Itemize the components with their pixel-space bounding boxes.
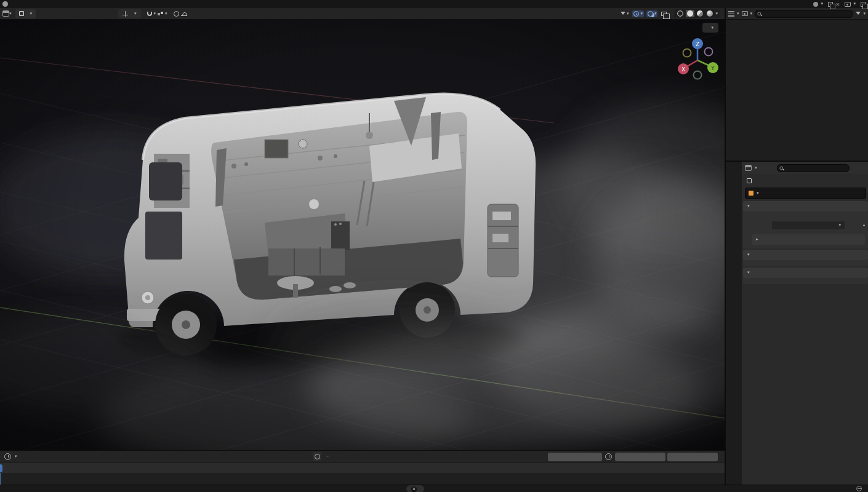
timeline-editor-type[interactable]: ▾ (3, 453, 17, 460)
properties-search (777, 164, 850, 172)
scene-selector[interactable]: ▾ × (813, 1, 840, 7)
material-preview-icon (697, 10, 703, 17)
overlays-button[interactable]: ▾ (646, 10, 658, 17)
new-scene-icon[interactable] (828, 2, 833, 7)
chevron-down-icon[interactable]: ▾ (165, 12, 167, 16)
chevron-down-icon: ▾ (9, 12, 12, 16)
viewport-render[interactable] (0, 20, 725, 450)
chevron-down-icon: ▾ (711, 26, 713, 30)
new-viewlayer-icon[interactable] (861, 2, 866, 7)
collapse-icon: ▾ (747, 253, 750, 257)
timeline-ruler[interactable] (0, 462, 725, 473)
current-frame-field[interactable] (548, 453, 602, 461)
snap-with-icon[interactable] (158, 12, 163, 16)
orientation-icon (123, 11, 128, 17)
anim-player-indicator[interactable]: × (406, 485, 424, 492)
viewlayer-selector[interactable]: ▾ (845, 2, 866, 7)
xray-toggle-button[interactable] (660, 11, 668, 17)
chevron-down-icon: ▾ (134, 12, 137, 16)
rotation-mode-row: ▾ (743, 221, 866, 229)
auto-keying-button[interactable] (313, 452, 321, 461)
shading-mode-group: ▾ (674, 9, 720, 18)
navigation-gizmo[interactable]: Z Y X (674, 36, 721, 82)
frame-range-controls (548, 453, 718, 461)
search-icon (757, 11, 762, 16)
version-area (856, 486, 864, 491)
transform-orientation[interactable]: ▾ (118, 9, 141, 18)
network-icon[interactable] (856, 486, 862, 491)
gizmo-icon (633, 11, 639, 17)
proportional-editing-controls (174, 11, 187, 17)
object-name-field[interactable]: ▾ (745, 188, 866, 199)
chevron-down-icon[interactable]: ▾ (755, 166, 757, 170)
current-frame-badge[interactable] (0, 464, 2, 472)
mode-selector[interactable]: ▾ (15, 9, 36, 18)
timeline-editor: ▾ (0, 450, 725, 485)
visibility-filter-button[interactable]: ▾ (619, 9, 630, 18)
chevron-down-icon: ▾ (627, 12, 629, 16)
viewport-header-right: ▾ ▾ ▾ ▾ (619, 9, 720, 18)
timeline-header: ▾ (0, 451, 725, 462)
panel-transform[interactable]: ▾ (743, 201, 868, 212)
blender-window: ▾ × ▾ ▾ ▾ ▾ (0, 0, 868, 492)
chevron-down-icon[interactable]: ▾ (863, 12, 866, 16)
stop-player-icon[interactable]: × (411, 486, 417, 492)
object-mode-icon (19, 11, 24, 16)
chevron-down-icon[interactable]: ▾ (737, 12, 739, 16)
viewport-3d[interactable]: ▾ Z Y X (0, 20, 725, 450)
falloff-curve-icon[interactable] (181, 11, 187, 16)
properties-breadcrumb (742, 174, 868, 187)
clock-icon (605, 453, 612, 460)
options-button[interactable]: ▾ (702, 23, 718, 33)
properties-editor-icon[interactable] (745, 165, 752, 171)
playback-button-group (326, 456, 329, 457)
axis-z-label: Z (696, 41, 699, 47)
start-frame-field[interactable] (615, 453, 665, 461)
magnet-icon[interactable] (147, 12, 152, 16)
chevron-down-icon[interactable]: ▾ (750, 12, 753, 16)
panel-delta-transform[interactable]: ▸ (752, 234, 865, 245)
chevron-down-icon[interactable]: ▾ (154, 12, 156, 16)
proportional-editing-icon[interactable] (174, 11, 179, 17)
panel-viewport-display[interactable]: ▾ (743, 268, 868, 278)
properties-tabs (726, 162, 742, 485)
properties-main: ▾ ▾ ▾ (742, 162, 868, 485)
timeline-editor-icon (4, 453, 11, 460)
overlays-icon (648, 11, 653, 17)
outliner-tree (726, 20, 868, 160)
scene-icon (813, 2, 818, 7)
shading-wireframe-button[interactable] (676, 10, 685, 17)
shading-solid-button[interactable] (686, 10, 694, 17)
editor-type-icon[interactable] (2, 10, 9, 17)
filter-funnel-icon[interactable] (856, 12, 861, 17)
end-frame-field[interactable] (667, 453, 718, 461)
shading-rendered-button[interactable] (705, 10, 714, 17)
object-type-icon (749, 191, 753, 196)
playhead[interactable] (0, 473, 1, 485)
chevron-down-icon: ▾ (30, 12, 33, 16)
gizmos-button[interactable]: ▾ (632, 10, 644, 17)
timeline-track[interactable] (0, 473, 725, 485)
outliner-display-mode-icon[interactable] (728, 11, 734, 17)
visibility-panel-body (743, 260, 868, 266)
shading-material-button[interactable] (696, 10, 704, 17)
viewport-display-panel-body (743, 278, 868, 284)
collapse-icon: ▾ (747, 204, 750, 208)
snapping-controls: ▾ ▾ (147, 12, 167, 16)
topbar-right: ▾ × ▾ (813, 1, 866, 7)
properties-search-input[interactable] (778, 165, 849, 171)
outliner-filter-icon[interactable] (742, 11, 748, 16)
chevron-down-icon: ▾ (838, 223, 841, 228)
viewport-header: ▾ ▾ ▾ ▾ ▾ ▾ ▾ ▾ (0, 8, 725, 20)
unlink-scene-icon[interactable]: × (835, 1, 840, 7)
rotation-mode-dropdown[interactable]: ▾ (772, 221, 845, 229)
search-icon (779, 165, 784, 170)
chevron-down-icon[interactable]: ▾ (715, 12, 718, 16)
blender-logo-icon[interactable] (2, 1, 8, 7)
panel-visibility[interactable]: ▾ (743, 250, 868, 260)
animate-dot-icon[interactable] (863, 224, 865, 226)
outliner-search-input[interactable] (755, 10, 853, 17)
playback-controls (313, 452, 329, 461)
viewlayer-icon (845, 2, 851, 7)
chevron-down-icon: ▾ (821, 2, 823, 6)
